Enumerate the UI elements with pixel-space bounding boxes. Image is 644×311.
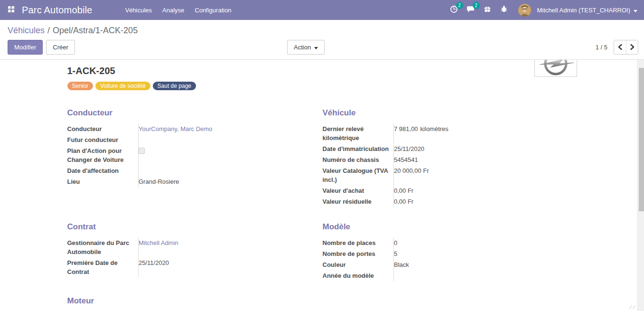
- field-value: 25/11/2020: [139, 257, 301, 277]
- field-row: Futur conducteur: [67, 134, 301, 145]
- field-row: Nombre de places 0: [323, 237, 557, 248]
- field-value: 20 000,00 Fr: [394, 165, 557, 185]
- field-value: [139, 165, 301, 176]
- field-row: Lieu Grand-Rosiere: [67, 176, 301, 187]
- create-button[interactable]: Créer: [46, 40, 75, 55]
- caret-down-icon: [634, 7, 637, 14]
- pager-value: 1 / 5: [596, 44, 607, 51]
- field-value: 5454541: [394, 154, 557, 165]
- user-menu[interactable]: Mitchell Admin (TEST_CHARROI): [537, 7, 637, 14]
- section-title: Conducteur: [67, 108, 301, 118]
- systray: 2 2: [448, 4, 644, 17]
- plan-action-checkbox[interactable]: [139, 148, 145, 154]
- field-value: 0,00 Fr: [394, 185, 557, 196]
- field-value: [139, 134, 301, 145]
- pager-previous-button[interactable]: [614, 40, 626, 54]
- user-avatar[interactable]: [518, 4, 531, 17]
- field-row: Dernier relevé kilomètrique 7 981,00kilo…: [323, 123, 557, 143]
- user-name-label: Mitchell Admin (TEST_CHARROI): [537, 7, 630, 14]
- menu-analyse[interactable]: Analyse: [157, 0, 189, 20]
- pager: 1 / 5: [596, 40, 638, 55]
- field-row: Valeur résiduelle 0,00 Fr: [323, 196, 557, 207]
- field-value: 0,00 Fr: [394, 196, 557, 207]
- breadcrumb-separator: /: [47, 26, 50, 35]
- field-label: Première Date de Contrat: [67, 257, 139, 277]
- main-menu: Véhicules Analyse Configuration: [120, 0, 237, 20]
- record-title: 1-ACK-205: [67, 66, 577, 76]
- tag-list: Senior Voiture de société Saut de page: [67, 82, 577, 90]
- field-row: Conducteur YourCompany, Marc Demo: [67, 123, 301, 134]
- caret-down-icon: [314, 43, 318, 51]
- pager-next-button[interactable]: [626, 40, 638, 54]
- vehicle-brand-image: [534, 60, 577, 77]
- tag-senior: Senior: [67, 82, 93, 90]
- field-value: 5: [394, 248, 557, 259]
- section-title: Modèle: [323, 222, 557, 232]
- opel-logo-icon: [535, 60, 577, 76]
- app-title[interactable]: Parc Automobile: [22, 5, 93, 16]
- field-row: Date d'affectation: [67, 165, 301, 176]
- action-label: Action: [294, 43, 311, 51]
- field-label: Couleur: [323, 259, 394, 270]
- top-navbar: Parc Automobile Véhicules Analyse Config…: [0, 0, 644, 20]
- field-value: 0: [394, 237, 557, 248]
- driver-link[interactable]: YourCompany, Marc Demo: [139, 125, 212, 132]
- apps-menu-button[interactable]: [0, 0, 22, 20]
- field-label: Gestionnaire du Parc Automobile: [67, 237, 139, 257]
- section-modele: Modèle Nombre de places 0 Nombre de port…: [323, 222, 557, 281]
- field-value: 25/11/2020: [394, 143, 557, 154]
- chevron-left-icon: [618, 43, 622, 52]
- field-value: Black: [394, 259, 557, 270]
- scrollbar-thumb[interactable]: [639, 68, 644, 211]
- field-label: Valeur d'achat: [323, 185, 394, 196]
- control-panel: Véhicules/Opel/Astra/1-ACK-205 Modifier …: [0, 20, 644, 60]
- field-label: Date d'affectation: [67, 165, 139, 176]
- field-label: Année du modèle: [323, 270, 394, 281]
- tag-voiture-de-societe: Voiture de société: [95, 82, 150, 90]
- tag-saut-de-page: Saut de page: [153, 82, 196, 90]
- field-row: Valeur d'achat 0,00 Fr: [323, 185, 557, 196]
- field-label: Date d'immatriculation: [323, 143, 394, 154]
- field-row: Première Date de Contrat 25/11/2020: [67, 257, 301, 277]
- menu-configuration[interactable]: Configuration: [189, 0, 236, 20]
- apps-grid-icon: [8, 6, 15, 15]
- field-label: Plan d'Action pour Changer de Voiture: [67, 145, 139, 165]
- section-vehicule: Véhicule Dernier relevé kilomètrique 7 9…: [323, 108, 557, 207]
- breadcrumb-parent[interactable]: Véhicules: [8, 26, 45, 35]
- field-unit: kilomètres: [420, 125, 448, 132]
- resize-grip-icon: ⟋⟋: [629, 305, 636, 310]
- field-value: [394, 270, 557, 281]
- messages-button[interactable]: 2: [465, 4, 477, 16]
- field-label: Numéro de chassis: [323, 154, 394, 165]
- breadcrumb-current: Opel/Astra/1-ACK-205: [53, 26, 138, 35]
- section-title: Véhicule: [323, 108, 557, 118]
- menu-vehicules[interactable]: Véhicules: [120, 0, 157, 20]
- field-label: Nombre de portes: [323, 248, 394, 259]
- chevron-right-icon: [630, 43, 635, 52]
- field-row: Date d'immatriculation 25/11/2020: [323, 143, 557, 154]
- activities-badge: 2: [456, 2, 463, 9]
- field-row: Nombre de portes 5: [323, 248, 557, 259]
- messages-badge: 2: [473, 2, 480, 9]
- action-dropdown-button[interactable]: Action: [287, 40, 325, 55]
- field-row: Couleur Black: [323, 259, 557, 270]
- field-label: Valeur Catalogue (TVA incl.): [323, 165, 394, 185]
- field-row: Plan d'Action pour Changer de Voiture: [67, 145, 301, 165]
- edit-button[interactable]: Modifier: [8, 40, 43, 55]
- field-row: Année du modèle: [323, 270, 557, 281]
- bug-button[interactable]: [498, 4, 510, 16]
- vertical-scrollbar[interactable]: [637, 60, 644, 311]
- form-view: 1-ACK-205 Senior Voiture de société Saut…: [0, 60, 644, 311]
- field-row: Numéro de chassis 5454541: [323, 154, 557, 165]
- section-moteur-title: Moteur: [67, 296, 577, 306]
- field-label: Valeur résiduelle: [323, 196, 394, 207]
- bug-icon: [500, 5, 508, 15]
- gift-button[interactable]: [481, 4, 494, 16]
- field-label: Futur conducteur: [67, 134, 139, 145]
- fleet-manager-link[interactable]: Mitchell Admin: [139, 239, 178, 246]
- field-label: Dernier relevé kilomètrique: [323, 123, 394, 143]
- field-label: Lieu: [67, 176, 139, 187]
- form-sheet: 1-ACK-205 Senior Voiture de société Saut…: [67, 60, 577, 306]
- activities-button[interactable]: 2: [448, 4, 460, 16]
- field-label: Nombre de places: [323, 237, 394, 248]
